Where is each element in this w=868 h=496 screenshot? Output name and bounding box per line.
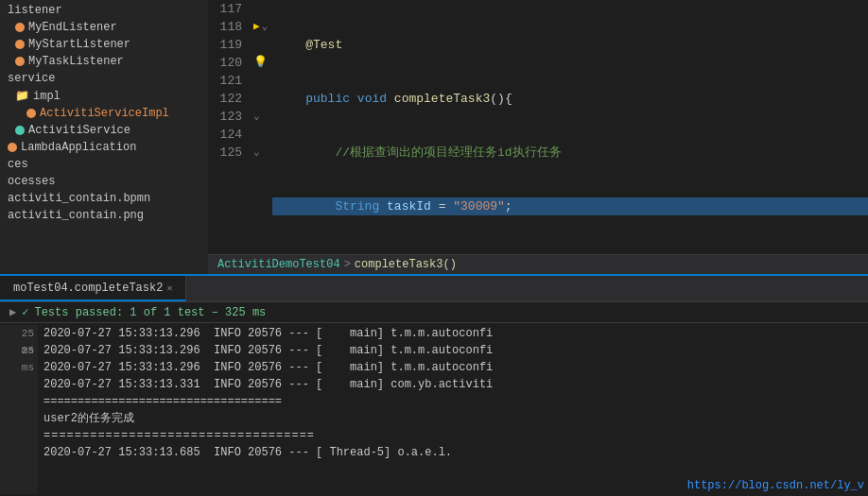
interface-icon <box>15 126 25 135</box>
console-lines: 2020-07-27 15:33:13.296 INFO 20576 --- [… <box>38 325 868 494</box>
bulb-icon: 💡 <box>253 54 268 72</box>
line-num-124: 124 <box>216 126 246 144</box>
line-num-121: 121 <box>216 72 246 90</box>
line-num-120: 120 <box>216 54 246 72</box>
console-separator-1: =================================== <box>43 393 868 410</box>
console-line-1: 2020-07-27 15:33:13.296 INFO 20576 --- [… <box>43 325 868 342</box>
gutter: ▶ ⌄ 💡 ⌄ ⌄ <box>253 0 272 254</box>
sidebar-label: activiti_contain.png <box>8 209 144 222</box>
debug-arrow-icon: ▶ <box>253 18 260 36</box>
sidebar-label: ces <box>8 158 28 171</box>
code-line-119: //根据查询出的项目经理任务id执行任务 <box>272 144 868 162</box>
code-line-117: @Test <box>272 36 868 54</box>
sidebar-label: ActivitiService <box>28 124 130 137</box>
bottom-panel: moTest04.completeTask2 ✕ ▶ ✓ Tests passe… <box>0 274 868 496</box>
sidebar-item-listener[interactable]: listener <box>0 2 208 19</box>
code-line-120: String taskId = "30009" ; <box>272 197 868 215</box>
fold-icon: ⌄ <box>262 18 269 36</box>
line-num-119: 119 <box>216 36 246 54</box>
gutter-117 <box>253 0 272 18</box>
line-num-117: 117 <box>216 0 246 18</box>
pass-icon: ✓ <box>22 305 28 319</box>
test-pass-text: Tests passed: 1 of 1 test – 325 ms <box>34 306 266 319</box>
sidebar-label: service <box>8 72 55 85</box>
sidebar-item-impl[interactable]: 📁 impl <box>0 87 208 105</box>
gutter-120: 💡 <box>253 54 272 72</box>
console-output: 25 ms 25 ms 2020-07-27 15:33:13.296 INFO… <box>0 323 868 496</box>
code-panel: 117 118 119 120 121 122 123 124 125 ▶ ⌄ <box>208 0 868 274</box>
watermark-link: https://blog.csdn.net/ly_v <box>687 479 864 492</box>
sidebar: listener MyEndListener MyStartListener M… <box>0 0 208 274</box>
run-icon: ▶ <box>9 305 16 319</box>
main-area: listener MyEndListener MyStartListener M… <box>0 0 868 274</box>
fold-icon-123: ⌄ <box>253 111 260 122</box>
gutter-119 <box>253 36 272 54</box>
close-tab-button[interactable]: ✕ <box>166 282 172 294</box>
sidebar-item-ces[interactable]: ces <box>0 156 208 173</box>
breadcrumb-method: completeTask3() <box>355 258 457 271</box>
gutter-123: ⌄ <box>253 108 272 126</box>
test-tab-label: moTest04.completeTask2 <box>13 282 163 295</box>
console-task-complete: user2的任务完成 <box>43 410 868 427</box>
sidebar-item-lambdaapplication[interactable]: LambdaApplication <box>0 139 208 156</box>
gutter-124 <box>253 126 272 144</box>
sidebar-item-mytasklistener[interactable]: MyTaskListener <box>0 53 208 70</box>
bottom-tabs: moTest04.completeTask2 ✕ <box>0 276 868 302</box>
watermark: https://blog.csdn.net/ly_v <box>687 479 864 492</box>
console-line-4: 2020-07-27 15:33:13.331 INFO 20576 --- [… <box>43 376 868 393</box>
gutter-time-2: 25 ms <box>4 342 34 359</box>
sidebar-label: impl <box>33 90 61 103</box>
console-gutter: 25 ms 25 ms <box>0 325 38 494</box>
code-line-121: taskService . complete ( taskId ); <box>272 251 868 254</box>
class-icon <box>15 23 25 32</box>
breadcrumb-class: ActivitiDemoTest04 <box>217 258 340 271</box>
sidebar-label: MyEndListener <box>28 21 117 34</box>
gutter-121 <box>253 72 272 90</box>
line-num-123: 123 <box>216 108 246 126</box>
test-status-bar: ▶ ✓ Tests passed: 1 of 1 test – 325 ms <box>0 302 868 323</box>
line-numbers: 117 118 119 120 121 122 123 124 125 <box>208 0 253 254</box>
editor-area: 117 118 119 120 121 122 123 124 125 ▶ ⌄ <box>208 0 868 274</box>
gutter-empty-5 <box>4 427 34 444</box>
fold-icon-125: ⌄ <box>253 146 260 158</box>
gutter-time-1: 25 ms <box>4 325 34 342</box>
gutter-118: ▶ ⌄ <box>253 18 272 36</box>
console-line-2: 2020-07-27 15:33:13.296 INFO 20576 --- [… <box>43 342 868 359</box>
sidebar-item-activitiserviceimpl[interactable]: ActivitiServiceImpl <box>0 105 208 122</box>
console-line-3: 2020-07-27 15:33:13.296 INFO 20576 --- [… <box>43 359 868 376</box>
sidebar-label: ocesses <box>8 175 55 188</box>
class-icon <box>26 109 36 118</box>
sidebar-item-mystartlistener[interactable]: MyStartListener <box>0 36 208 53</box>
sidebar-item-myendlistener[interactable]: MyEndListener <box>0 19 208 36</box>
gutter-125: ⌄ <box>253 144 272 162</box>
breadcrumb-sep1: > <box>344 258 351 271</box>
line-num-125: 125 <box>216 144 246 162</box>
gutter-empty-4 <box>4 410 34 427</box>
gutter-empty-3 <box>4 393 34 410</box>
gutter-122 <box>253 90 272 108</box>
code-content[interactable]: @Test public void completeTask3 (){ //根据… <box>272 0 868 254</box>
folder-icon: 📁 <box>15 89 29 103</box>
class-icon <box>15 40 25 49</box>
console-separator-2: =================================== <box>43 427 868 444</box>
sidebar-item-png[interactable]: activiti_contain.png <box>0 207 208 224</box>
sidebar-label: listener <box>8 4 62 17</box>
gutter-empty-2 <box>4 376 34 393</box>
test-tab[interactable]: moTest04.completeTask2 ✕ <box>0 276 186 301</box>
code-line-118: public void completeTask3 (){ <box>272 90 868 108</box>
sidebar-item-service[interactable]: service <box>0 70 208 87</box>
code-lines: 117 118 119 120 121 122 123 124 125 ▶ ⌄ <box>208 0 868 254</box>
sidebar-label: MyTaskListener <box>28 55 124 68</box>
sidebar-item-bpmn[interactable]: activiti_contain.bpmn <box>0 190 208 207</box>
class-icon <box>8 143 17 152</box>
console-line-8: 2020-07-27 15:33:13.685 INFO 20576 --- [… <box>43 444 868 461</box>
sidebar-label: MyStartListener <box>28 38 130 51</box>
line-num-122: 122 <box>216 90 246 108</box>
sidebar-item-activitiservice[interactable]: ActivitiService <box>0 122 208 139</box>
sidebar-item-ocesses[interactable]: ocesses <box>0 173 208 190</box>
gutter-empty-6 <box>4 444 34 461</box>
breadcrumb: ActivitiDemoTest04 > completeTask3() <box>208 254 868 274</box>
sidebar-label: activiti_contain.bpmn <box>8 192 150 205</box>
sidebar-label: LambdaApplication <box>21 141 136 154</box>
class-icon <box>15 57 25 66</box>
